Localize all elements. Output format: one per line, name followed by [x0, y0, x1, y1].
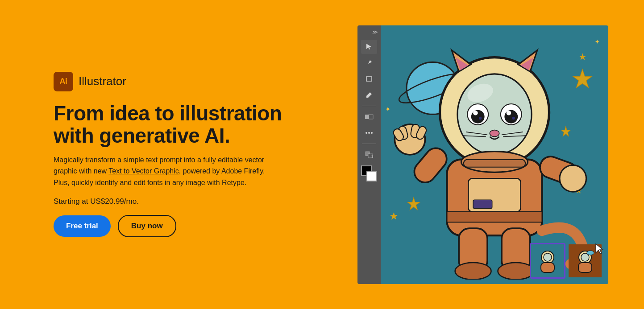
svg-rect-1	[366, 77, 372, 81]
svg-point-4	[366, 132, 367, 134]
illustrator-window: ≫	[357, 25, 608, 284]
right-content: ≫	[330, 18, 608, 291]
free-trial-button[interactable]: Free trial	[54, 215, 111, 237]
svg-rect-35	[447, 211, 542, 222]
cursor-arrow	[595, 243, 605, 257]
svg-rect-54	[541, 263, 554, 272]
tool-pen[interactable]	[361, 56, 377, 70]
svg-point-24	[479, 116, 482, 119]
toolbar-expand: ≫	[357, 29, 381, 35]
ai-logo: Ai	[54, 72, 73, 91]
text-to-vector-link[interactable]: Text to Vector Graphic	[108, 167, 179, 175]
svg-marker-0	[366, 44, 371, 49]
tool-rectangle[interactable]	[361, 72, 377, 86]
svg-point-26	[490, 130, 499, 136]
page-headline: From idea to illustration with generativ…	[54, 102, 303, 147]
svg-point-55	[544, 253, 552, 261]
svg-rect-3	[369, 115, 373, 119]
svg-point-22	[473, 110, 478, 115]
tool-separator-1	[362, 106, 376, 106]
hero-description: Magically transform a simple text prompt…	[54, 154, 277, 189]
logo-row: Ai Illustrator	[54, 72, 303, 91]
tool-shape[interactable]	[361, 110, 377, 124]
color-background	[366, 171, 377, 181]
tool-dots[interactable]	[361, 126, 377, 140]
cat-astronaut-illustration	[385, 30, 604, 280]
svg-marker-49	[573, 69, 592, 88]
svg-marker-61	[596, 244, 603, 254]
svg-point-60	[587, 251, 594, 255]
app-name: Illustrator	[79, 74, 126, 88]
tool-arrange[interactable]	[361, 148, 377, 162]
svg-point-25	[512, 116, 515, 119]
buy-now-button[interactable]: Buy now	[118, 215, 176, 237]
thumb-1-inner	[531, 244, 564, 277]
svg-marker-50	[407, 197, 420, 210]
tool-select[interactable]	[361, 40, 377, 54]
svg-point-21	[504, 110, 518, 123]
left-content: Ai Illustrator From idea to illustration…	[54, 72, 303, 238]
svg-point-23	[507, 110, 511, 115]
svg-rect-48	[464, 159, 525, 167]
canvas-area: ★ ✦ ★ ★ ✦	[381, 25, 608, 284]
svg-point-47	[498, 262, 534, 279]
pricing-text: Starting at US$20.99/mo.	[54, 197, 303, 206]
svg-point-20	[471, 110, 485, 123]
svg-point-5	[368, 132, 370, 134]
svg-rect-33	[473, 200, 492, 208]
tool-eyedropper[interactable]	[361, 88, 377, 102]
expand-icon: ≫	[372, 29, 378, 35]
tool-color-box[interactable]	[361, 165, 377, 181]
svg-point-43	[560, 165, 586, 192]
svg-rect-58	[578, 263, 592, 272]
toolbar: ≫	[357, 25, 381, 284]
svg-point-46	[455, 262, 491, 279]
thumbnail-1[interactable]	[530, 243, 565, 279]
tool-separator-2	[362, 144, 376, 144]
cta-row: Free trial Buy now	[54, 215, 303, 237]
ai-logo-text: Ai	[60, 77, 67, 86]
thumbnail-strip	[530, 243, 603, 279]
svg-rect-8	[368, 154, 373, 158]
svg-marker-51	[561, 126, 570, 136]
svg-point-6	[371, 132, 373, 134]
page-wrapper: Ai Illustrator From idea to illustration…	[0, 0, 644, 309]
